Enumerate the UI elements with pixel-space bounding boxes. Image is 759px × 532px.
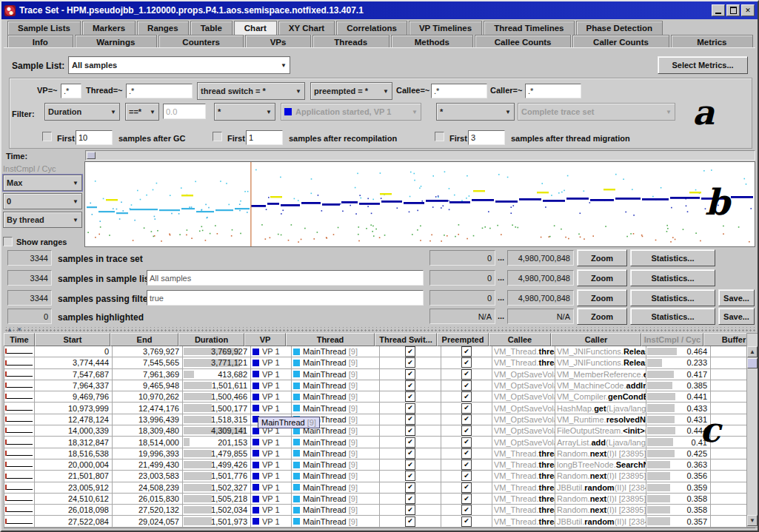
restore-button[interactable] [726, 4, 740, 16]
preempted-checkbox[interactable]: ✔ [461, 482, 472, 493]
table-row[interactable]: 3,774,4447,545,5653,771,121VP 1MainThrea… [4, 357, 746, 368]
preempted-checkbox[interactable]: ✔ [461, 448, 472, 459]
preempted-checkbox[interactable]: ✔ [461, 403, 472, 414]
tab-chart[interactable]: Chart [234, 21, 277, 35]
zoom-button[interactable]: Zoom [577, 249, 627, 266]
thread-switch-checkbox[interactable]: ✔ [405, 403, 415, 414]
preempted-checkbox[interactable]: ✔ [461, 414, 472, 425]
thread-switch-checkbox[interactable]: ✔ [405, 448, 415, 459]
vscrollbar-thumb[interactable] [747, 358, 758, 368]
col-header-preempted[interactable]: Preempted [437, 333, 489, 346]
table-row[interactable]: 12,478,12413,996,4391,518,315VP 1MainThr… [4, 414, 746, 425]
table-row[interactable]: 23,005,91224,508,2391,502,327VP 1MainThr… [4, 482, 746, 494]
first-gc-count-input[interactable]: 10 [76, 130, 113, 145]
thread-filter-input[interactable]: .* [126, 84, 193, 98]
tab-vp-timelines[interactable]: VP Timelines [409, 21, 482, 35]
col-header-caller[interactable]: Caller [551, 333, 641, 346]
thread-switch-checkbox[interactable]: ✔ [405, 516, 415, 527]
table-row[interactable]: 20,000,00421,499,4301,499,426VP 1MainThr… [4, 459, 746, 471]
preempted-checkbox[interactable]: ✔ [461, 369, 472, 380]
preempted-checkbox[interactable]: ✔ [461, 471, 472, 481]
tab-ranges[interactable]: Ranges [137, 21, 189, 35]
thread-switch-checkbox[interactable]: ✔ [405, 425, 415, 436]
collapse-down-icon[interactable]: ▼ [16, 327, 22, 333]
stat-text-field[interactable]: All samples [147, 270, 424, 286]
callee-filter-input[interactable]: .* [431, 84, 487, 98]
vp-filter-input[interactable]: .* [61, 84, 81, 98]
thread-switch-checkbox[interactable]: ✔ [405, 494, 415, 504]
tab-callee-counts[interactable]: Callee Counts [475, 35, 571, 48]
close-button[interactable] [741, 4, 755, 16]
title-bar[interactable]: Trace Set - HPM.pseudojbb_1.120000.props… [1, 1, 758, 19]
tab-vps[interactable]: VPs [245, 35, 311, 48]
thread-switch-checkbox[interactable]: ✔ [405, 369, 415, 380]
table-row[interactable]: 03,769,9273,769,927VP 1MainThread [9]✔✔V… [4, 346, 746, 357]
col-header-vp[interactable]: VP [244, 333, 286, 346]
preempted-checkbox[interactable]: ✔ [461, 391, 472, 402]
tab-phase-detection[interactable]: Phase Detection [576, 21, 663, 35]
chart-scale-combo[interactable]: Max ▼ [3, 175, 82, 191]
preempted-checkbox[interactable]: ✔ [461, 494, 472, 504]
preempted-checkbox[interactable]: ✔ [461, 346, 472, 357]
zoom-button[interactable]: Zoom [577, 289, 627, 306]
table-row[interactable]: 10,973,99912,474,1761,500,177VP 1MainThr… [4, 403, 746, 414]
tab-markers[interactable]: Markers [82, 21, 136, 35]
col-header-duration[interactable]: Duration [178, 333, 244, 346]
timeline-chart[interactable] [84, 161, 755, 247]
stat-text-field[interactable]: true [147, 290, 424, 306]
col-header-time[interactable]: Time [4, 333, 35, 346]
thread-switch-checkbox[interactable]: ✔ [405, 380, 415, 391]
thread-switch-checkbox[interactable]: ✔ [405, 482, 415, 493]
statistics-button[interactable]: Statistics... [630, 289, 715, 306]
thread-switch-checkbox[interactable]: ✔ [405, 437, 415, 448]
scroll-up-button[interactable]: ▲ [747, 346, 758, 357]
filter-op-combo[interactable]: ==* ▼ [125, 103, 159, 121]
thread-switch-checkbox[interactable]: ✔ [405, 414, 415, 425]
col-header-callee[interactable]: Callee [489, 333, 551, 346]
preempted-checkbox[interactable]: ✔ [461, 505, 472, 515]
tab-metrics[interactable]: Metrics [671, 35, 753, 48]
collapse-up-icon[interactable]: ▲ [7, 327, 13, 333]
table-row[interactable]: 7,547,6877,961,369413,682VP 1MainThread … [4, 369, 746, 380]
show-ranges-checkbox[interactable] [3, 237, 13, 246]
thread-switch-combo[interactable]: thread switch = * ▼ [197, 82, 305, 100]
zoom-button[interactable]: Zoom [577, 269, 627, 286]
table-row[interactable]: 26,018,09827,520,1321,502,034VP 1MainThr… [4, 505, 746, 516]
minimize-button[interactable] [712, 4, 725, 16]
thread-switch-checkbox[interactable]: ✔ [405, 471, 415, 481]
tab-methods[interactable]: Methods [391, 35, 473, 48]
col-header-start[interactable]: Start [35, 333, 110, 346]
tab-threads[interactable]: Threads [312, 35, 389, 48]
col-header-thread-swit-[interactable]: Thread Swit... [375, 333, 437, 346]
table-row[interactable]: 18,312,84718,514,000201,153VP 1MainThrea… [4, 437, 746, 448]
tab-warnings[interactable]: Warnings [75, 35, 157, 48]
chart-base-combo[interactable]: 0 ▼ [3, 193, 82, 209]
splitter-bar[interactable]: ▲ ▼ [4, 327, 755, 333]
first-migration-count-input[interactable]: 3 [468, 130, 505, 145]
statistics-button[interactable]: Statistics... [630, 308, 715, 325]
filter-metric-combo[interactable]: Duration ▼ [44, 103, 120, 121]
tab-counters[interactable]: Counters [158, 35, 244, 48]
filter-star-combo-2[interactable]: * ▼ [436, 103, 515, 121]
chart-group-combo[interactable]: By thread ▼ [3, 212, 82, 228]
tab-sample-lists[interactable]: Sample Lists [7, 21, 81, 35]
table-row[interactable]: 9,469,79610,970,2621,500,466VP 1MainThre… [4, 391, 746, 403]
statistics-button[interactable]: Statistics... [630, 249, 715, 266]
preempted-checkbox[interactable]: ✔ [461, 437, 472, 448]
first-recompilation-checkbox[interactable] [213, 132, 222, 141]
sample-list-combo[interactable]: All samples ▼ [68, 56, 290, 74]
thread-switch-checkbox[interactable]: ✔ [405, 346, 415, 357]
tab-table[interactable]: Table [190, 21, 233, 35]
thread-switch-checkbox[interactable]: ✔ [405, 357, 415, 368]
table-row[interactable]: 7,964,3379,465,9481,501,611VP 1MainThrea… [4, 380, 746, 391]
table-row[interactable]: 18,516,53819,996,3931,479,855VP 1MainThr… [4, 448, 746, 459]
tab-thread-timelines[interactable]: Thread Timelines [484, 21, 574, 35]
save-button[interactable]: Save... [718, 308, 755, 325]
save-button[interactable]: Save... [718, 289, 755, 306]
preempted-checkbox[interactable]: ✔ [461, 380, 472, 391]
first-migration-checkbox[interactable] [435, 132, 444, 141]
filter-value-input[interactable]: 0.0 [163, 104, 206, 119]
table-row[interactable]: 14,000,33918,309,4804,309,141VP 1MainThr… [4, 425, 746, 437]
tab-correlations[interactable]: Correlations [336, 21, 407, 35]
filter-star-combo-1[interactable]: * ▼ [214, 103, 275, 121]
